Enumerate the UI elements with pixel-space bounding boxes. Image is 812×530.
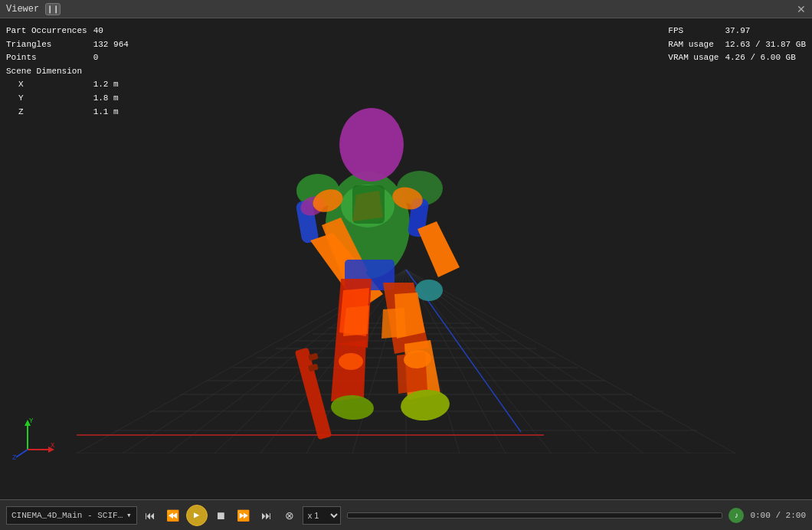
speed-select[interactable]: x 1 x 0.5 x 2 (303, 506, 341, 525)
stat-label: Points (6, 51, 93, 65)
animation-name-label: CINEMA_4D_Main - SCIFI - ASSAULT SOLI (11, 511, 126, 520)
stat-row-vram: VRAM usage 4.26 / 6.00 GB (668, 51, 806, 65)
close-button[interactable]: ✕ (797, 3, 806, 15)
pause-button[interactable]: ❙❙ (45, 3, 61, 15)
svg-rect-53 (295, 348, 332, 440)
stat-value: 1.1 m (93, 106, 135, 119)
svg-marker-51 (381, 308, 406, 339)
stats-panel-left: Part Occurrences 40 Triangles 132 964 Po… (6, 25, 135, 119)
stat-row-part-occurrences: Part Occurrences 40 (6, 25, 135, 38)
svg-point-49 (399, 388, 450, 422)
stat-value: 40 (93, 25, 135, 38)
svg-text:Y: Y (29, 417, 34, 425)
svg-point-38 (415, 280, 443, 301)
stat-label: Y (6, 92, 93, 106)
title-label: Viewer (6, 4, 39, 15)
stat-row-ram: RAM usage 12.63 / 31.87 GB (668, 38, 806, 52)
animation-name-dropdown[interactable]: CINEMA_4D_Main - SCIFI - ASSAULT SOLI ▾ (6, 506, 137, 525)
play-button[interactable]: ▶ (186, 505, 208, 526)
svg-marker-48 (331, 340, 366, 401)
timeline-slider[interactable] (347, 512, 723, 519)
stat-value: 4.26 / 6.00 GB (725, 51, 806, 65)
skip-to-end-button[interactable]: ⏭ (257, 505, 277, 525)
title-bar: Viewer ❙❙ ✕ (0, 0, 812, 18)
stat-row-y: Y 1.8 m (6, 92, 135, 106)
stat-label: Scene Dimension (6, 65, 93, 79)
stat-row-scene-dimension: Scene Dimension (6, 65, 135, 79)
stat-label: RAM usage (668, 38, 725, 52)
stat-label: VRAM usage (668, 51, 725, 65)
stat-row-points: Points 0 (6, 51, 135, 65)
stat-value: 12.63 / 31.87 GB (725, 38, 806, 52)
stat-row-triangles: Triangles 132 964 (6, 38, 135, 52)
stat-label: Part Occurrences (6, 25, 93, 38)
stat-label: Z (6, 106, 93, 119)
svg-point-30 (339, 108, 404, 182)
svg-rect-57 (352, 185, 385, 224)
svg-marker-52 (343, 306, 369, 336)
stat-value: 0 (93, 51, 135, 65)
stats-panel-right: FPS 37.97 RAM usage 12.63 / 31.87 GB VRA… (668, 25, 806, 65)
svg-text:Z: Z (12, 454, 17, 461)
stat-value: 132 964 (93, 38, 135, 52)
axes-indicator: Y X Z (12, 415, 58, 461)
dropdown-arrow-icon: ▾ (126, 510, 132, 520)
stat-label: X (6, 78, 93, 92)
step-forward-button[interactable]: ⏩ (234, 505, 254, 525)
stat-label: FPS (668, 25, 725, 38)
volume-button[interactable]: ♪ (729, 508, 744, 523)
stop-button[interactable]: ⏹ (211, 505, 231, 525)
stat-value: 1.2 m (93, 78, 135, 92)
step-back-button[interactable]: ⏪ (163, 505, 183, 525)
settings-button[interactable]: ⊗ (280, 505, 300, 525)
stat-row-fps: FPS 37.97 (668, 25, 806, 38)
stat-label: Triangles (6, 38, 93, 52)
svg-marker-37 (417, 221, 460, 277)
stat-value: 37.97 (725, 25, 806, 38)
viewport: Part Occurrences 40 Triangles 132 964 Po… (0, 18, 812, 499)
svg-point-61 (339, 353, 363, 370)
rewind-to-start-button[interactable]: ⏮ (140, 505, 160, 525)
svg-text:X: X (51, 442, 55, 450)
stat-row-x: X 1.2 m (6, 78, 135, 92)
character-model (199, 57, 536, 486)
svg-line-68 (16, 450, 28, 457)
stat-value: 1.8 m (93, 92, 135, 106)
time-display: 0:00 / 2:00 (750, 511, 806, 520)
toolbar: CINEMA_4D_Main - SCIFI - ASSAULT SOLI ▾ … (0, 499, 812, 530)
stat-row-z: Z 1.1 m (6, 106, 135, 119)
